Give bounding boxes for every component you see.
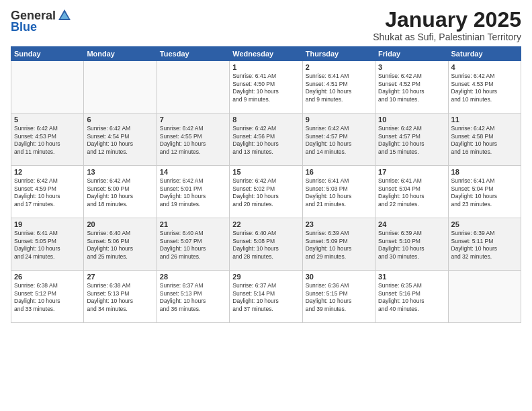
calendar-day-cell xyxy=(157,61,229,113)
day-number: 8 xyxy=(232,116,299,124)
logo-area: General Blue xyxy=(11,8,72,34)
calendar-day-cell: 11Sunrise: 6:42 AM Sunset: 4:58 PM Dayli… xyxy=(448,113,521,166)
calendar-day-cell xyxy=(84,61,157,113)
calendar-day-cell: 5Sunrise: 6:42 AM Sunset: 4:53 PM Daylig… xyxy=(11,113,84,166)
calendar-day-cell: 13Sunrise: 6:42 AM Sunset: 5:00 PM Dayli… xyxy=(84,166,157,218)
day-number: 6 xyxy=(87,116,153,124)
day-info: Sunrise: 6:42 AM Sunset: 4:54 PM Dayligh… xyxy=(87,125,153,156)
calendar-day-cell: 18Sunrise: 6:41 AM Sunset: 5:04 PM Dayli… xyxy=(448,166,521,218)
calendar-day-cell: 31Sunrise: 6:35 AM Sunset: 5:16 PM Dayli… xyxy=(375,271,448,323)
calendar-day-cell: 12Sunrise: 6:42 AM Sunset: 4:59 PM Dayli… xyxy=(11,166,84,218)
day-number: 4 xyxy=(451,63,518,71)
calendar-day-cell: 14Sunrise: 6:42 AM Sunset: 5:01 PM Dayli… xyxy=(157,166,229,218)
day-info: Sunrise: 6:39 AM Sunset: 5:11 PM Dayligh… xyxy=(451,230,518,261)
calendar-day-cell: 8Sunrise: 6:42 AM Sunset: 4:56 PM Daylig… xyxy=(230,113,302,166)
day-info: Sunrise: 6:42 AM Sunset: 4:53 PM Dayligh… xyxy=(451,73,518,103)
day-info: Sunrise: 6:37 AM Sunset: 5:13 PM Dayligh… xyxy=(160,282,226,313)
day-info: Sunrise: 6:41 AM Sunset: 4:50 PM Dayligh… xyxy=(232,73,299,103)
calendar-day-cell: 4Sunrise: 6:42 AM Sunset: 4:53 PM Daylig… xyxy=(448,61,521,113)
calendar-week-row: 26Sunrise: 6:38 AM Sunset: 5:12 PM Dayli… xyxy=(11,271,521,323)
day-number: 16 xyxy=(306,168,372,176)
calendar-day-cell: 24Sunrise: 6:39 AM Sunset: 5:10 PM Dayli… xyxy=(375,218,448,271)
day-number: 31 xyxy=(378,273,445,281)
calendar-table: Sunday Monday Tuesday Wednesday Thursday… xyxy=(11,46,521,323)
day-number: 9 xyxy=(306,116,372,124)
day-number: 15 xyxy=(232,168,299,176)
day-info: Sunrise: 6:38 AM Sunset: 5:13 PM Dayligh… xyxy=(87,282,153,313)
title-area: January 2025 Shukat as Sufi, Palestinian… xyxy=(373,8,521,42)
day-number: 7 xyxy=(160,116,226,124)
day-info: Sunrise: 6:39 AM Sunset: 5:09 PM Dayligh… xyxy=(306,230,372,261)
day-number: 27 xyxy=(87,273,153,281)
day-number: 29 xyxy=(232,273,299,281)
calendar-day-cell: 22Sunrise: 6:40 AM Sunset: 5:08 PM Dayli… xyxy=(230,218,302,271)
day-info: Sunrise: 6:41 AM Sunset: 4:51 PM Dayligh… xyxy=(306,73,372,103)
day-number: 3 xyxy=(378,63,445,71)
day-info: Sunrise: 6:42 AM Sunset: 4:52 PM Dayligh… xyxy=(378,73,445,103)
day-info: Sunrise: 6:35 AM Sunset: 5:16 PM Dayligh… xyxy=(378,282,445,313)
day-number: 21 xyxy=(160,220,226,228)
header-wednesday: Wednesday xyxy=(230,47,302,61)
day-number: 13 xyxy=(87,168,153,176)
calendar-day-cell xyxy=(448,271,521,323)
day-info: Sunrise: 6:41 AM Sunset: 5:05 PM Dayligh… xyxy=(14,230,81,261)
calendar-week-row: 5Sunrise: 6:42 AM Sunset: 4:53 PM Daylig… xyxy=(11,113,521,166)
day-number: 20 xyxy=(87,220,153,228)
day-number: 26 xyxy=(14,273,81,281)
day-number: 28 xyxy=(160,273,226,281)
weekday-header-row: Sunday Monday Tuesday Wednesday Thursday… xyxy=(11,47,521,61)
subtitle: Shukat as Sufi, Palestinian Territory xyxy=(373,32,521,42)
day-info: Sunrise: 6:42 AM Sunset: 5:01 PM Dayligh… xyxy=(160,177,226,208)
calendar-day-cell: 28Sunrise: 6:37 AM Sunset: 5:13 PM Dayli… xyxy=(157,271,229,323)
calendar-day-cell: 2Sunrise: 6:41 AM Sunset: 4:51 PM Daylig… xyxy=(302,61,375,113)
calendar-day-cell: 21Sunrise: 6:40 AM Sunset: 5:07 PM Dayli… xyxy=(157,218,229,271)
calendar-week-row: 19Sunrise: 6:41 AM Sunset: 5:05 PM Dayli… xyxy=(11,218,521,271)
header-tuesday: Tuesday xyxy=(157,47,229,61)
calendar-day-cell: 9Sunrise: 6:42 AM Sunset: 4:57 PM Daylig… xyxy=(302,113,375,166)
calendar-day-cell: 6Sunrise: 6:42 AM Sunset: 4:54 PM Daylig… xyxy=(84,113,157,166)
day-info: Sunrise: 6:41 AM Sunset: 5:04 PM Dayligh… xyxy=(378,177,445,208)
day-info: Sunrise: 6:39 AM Sunset: 5:10 PM Dayligh… xyxy=(378,230,445,261)
calendar-day-cell xyxy=(11,61,84,113)
day-info: Sunrise: 6:40 AM Sunset: 5:08 PM Dayligh… xyxy=(232,230,299,261)
day-number: 24 xyxy=(378,220,445,228)
day-number: 14 xyxy=(160,168,226,176)
page: General Blue January 2025 Shukat as Sufi… xyxy=(0,0,532,411)
logo-blue-text: Blue xyxy=(11,20,37,34)
header: General Blue January 2025 Shukat as Sufi… xyxy=(11,8,521,42)
day-number: 25 xyxy=(451,220,518,228)
day-info: Sunrise: 6:41 AM Sunset: 5:04 PM Dayligh… xyxy=(451,177,518,208)
day-info: Sunrise: 6:42 AM Sunset: 4:53 PM Dayligh… xyxy=(14,125,81,156)
day-number: 10 xyxy=(378,116,445,124)
day-number: 22 xyxy=(232,220,299,228)
day-info: Sunrise: 6:40 AM Sunset: 5:06 PM Dayligh… xyxy=(87,230,153,261)
day-info: Sunrise: 6:42 AM Sunset: 4:56 PM Dayligh… xyxy=(232,125,299,156)
calendar-day-cell: 19Sunrise: 6:41 AM Sunset: 5:05 PM Dayli… xyxy=(11,218,84,271)
day-info: Sunrise: 6:42 AM Sunset: 4:57 PM Dayligh… xyxy=(378,125,445,156)
day-number: 18 xyxy=(451,168,518,176)
header-saturday: Saturday xyxy=(448,47,521,61)
header-thursday: Thursday xyxy=(302,47,375,61)
calendar-day-cell: 25Sunrise: 6:39 AM Sunset: 5:11 PM Dayli… xyxy=(448,218,521,271)
calendar-day-cell: 30Sunrise: 6:36 AM Sunset: 5:15 PM Dayli… xyxy=(302,271,375,323)
calendar-week-row: 12Sunrise: 6:42 AM Sunset: 4:59 PM Dayli… xyxy=(11,166,521,218)
day-info: Sunrise: 6:42 AM Sunset: 4:58 PM Dayligh… xyxy=(451,125,518,156)
day-number: 12 xyxy=(14,168,81,176)
logo-icon xyxy=(57,8,72,23)
calendar-day-cell: 16Sunrise: 6:41 AM Sunset: 5:03 PM Dayli… xyxy=(302,166,375,218)
calendar-day-cell: 23Sunrise: 6:39 AM Sunset: 5:09 PM Dayli… xyxy=(302,218,375,271)
calendar-day-cell: 15Sunrise: 6:42 AM Sunset: 5:02 PM Dayli… xyxy=(230,166,302,218)
day-info: Sunrise: 6:38 AM Sunset: 5:12 PM Dayligh… xyxy=(14,282,81,313)
day-info: Sunrise: 6:42 AM Sunset: 4:57 PM Dayligh… xyxy=(306,125,372,156)
header-sunday: Sunday xyxy=(11,47,84,61)
calendar-day-cell: 17Sunrise: 6:41 AM Sunset: 5:04 PM Dayli… xyxy=(375,166,448,218)
day-number: 2 xyxy=(306,63,372,71)
calendar-day-cell: 27Sunrise: 6:38 AM Sunset: 5:13 PM Dayli… xyxy=(84,271,157,323)
calendar-day-cell: 20Sunrise: 6:40 AM Sunset: 5:06 PM Dayli… xyxy=(84,218,157,271)
day-info: Sunrise: 6:41 AM Sunset: 5:03 PM Dayligh… xyxy=(306,177,372,208)
day-info: Sunrise: 6:40 AM Sunset: 5:07 PM Dayligh… xyxy=(160,230,226,261)
month-title: January 2025 xyxy=(373,8,521,32)
day-info: Sunrise: 6:42 AM Sunset: 4:59 PM Dayligh… xyxy=(14,177,81,208)
day-number: 23 xyxy=(306,220,372,228)
calendar-day-cell: 26Sunrise: 6:38 AM Sunset: 5:12 PM Dayli… xyxy=(11,271,84,323)
